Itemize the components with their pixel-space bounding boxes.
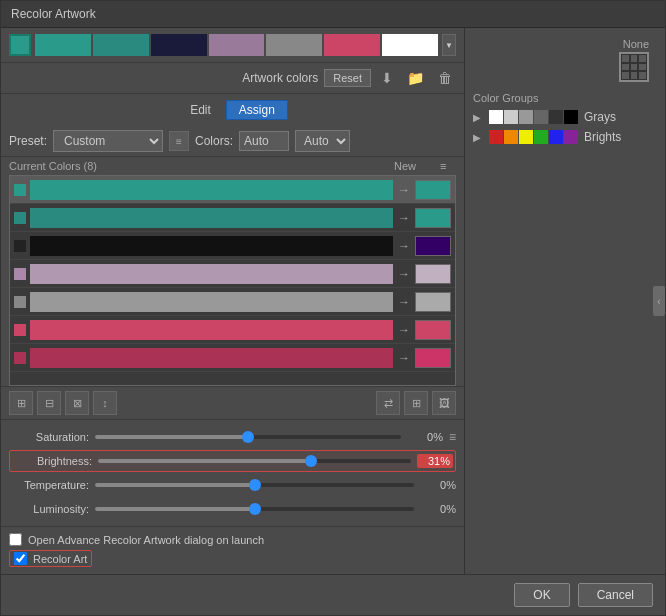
brightness-row: Brightness: 31% bbox=[9, 450, 456, 472]
preset-label: Preset: bbox=[9, 134, 47, 148]
swatch-7[interactable] bbox=[382, 34, 438, 56]
brightness-label: Brightness: bbox=[12, 455, 92, 467]
none-area: None bbox=[473, 36, 657, 84]
dialog-title: Recolor Artwork bbox=[11, 7, 96, 21]
edit-tab[interactable]: Edit bbox=[177, 100, 224, 120]
current-swatch-3 bbox=[30, 236, 393, 256]
recolor-art-row: Recolor Art bbox=[9, 550, 92, 567]
temperature-track[interactable] bbox=[95, 483, 414, 487]
current-swatch-2 bbox=[30, 208, 393, 228]
saturation-label: Saturation: bbox=[9, 431, 89, 443]
grays-swatches bbox=[489, 110, 578, 124]
swatch-4[interactable] bbox=[209, 34, 265, 56]
preset-icon-btn[interactable]: ≡ bbox=[169, 131, 189, 151]
current-swatch-4 bbox=[30, 264, 393, 284]
table-row[interactable]: → bbox=[10, 176, 455, 204]
swatches-row bbox=[35, 34, 438, 56]
new-swatch-3 bbox=[415, 236, 451, 256]
table-row[interactable]: → bbox=[10, 344, 455, 372]
arrow-6: → bbox=[397, 323, 411, 337]
recolor-art-label: Recolor Art bbox=[33, 553, 87, 565]
color-lock-3 bbox=[14, 240, 26, 252]
grays-expand-arrow: ▶ bbox=[473, 112, 483, 123]
swatch-6[interactable] bbox=[324, 34, 380, 56]
color-lock-6 bbox=[14, 324, 26, 336]
temperature-label: Temperature: bbox=[9, 479, 89, 491]
table-row[interactable]: → bbox=[10, 204, 455, 232]
tool-icon-6[interactable]: ⊞ bbox=[404, 391, 428, 415]
table-row[interactable]: → bbox=[10, 232, 455, 260]
delete-icon[interactable]: 🗑 bbox=[434, 68, 456, 88]
color-groups-label: Color Groups bbox=[473, 92, 657, 104]
table-row[interactable]: → bbox=[10, 316, 455, 344]
tool-icon-4[interactable]: ↕ bbox=[93, 391, 117, 415]
color-lock-2 bbox=[14, 212, 26, 224]
brights-swatches bbox=[489, 130, 578, 144]
none-grid-icon[interactable] bbox=[619, 52, 649, 82]
swatch-2[interactable] bbox=[93, 34, 149, 56]
active-color-swatch[interactable] bbox=[9, 34, 31, 56]
advance-checkbox-row: Open Advance Recolor Artwork dialog on l… bbox=[9, 533, 456, 546]
luminosity-value: 0% bbox=[420, 503, 456, 515]
arrow-7: → bbox=[397, 351, 411, 365]
color-rows-table: → → → bbox=[9, 175, 456, 386]
brights-group[interactable]: ▶ Brights bbox=[473, 130, 657, 144]
new-swatch-7 bbox=[415, 348, 451, 368]
right-edge-handle[interactable]: ‹ bbox=[653, 286, 665, 316]
tool-icon-1[interactable]: ⊞ bbox=[9, 391, 33, 415]
current-swatch-1 bbox=[30, 180, 393, 200]
swatch-5[interactable] bbox=[266, 34, 322, 56]
sliders-area: Saturation: 0% ≡ Brightness: 31% bbox=[1, 419, 464, 526]
arrow-2: → bbox=[397, 211, 411, 225]
saturation-row: Saturation: 0% ≡ bbox=[9, 426, 456, 448]
luminosity-row: Luminosity: 0% bbox=[9, 498, 456, 520]
current-swatch-6 bbox=[30, 320, 393, 340]
new-swatch-5 bbox=[415, 292, 451, 312]
export-icon[interactable]: ⬇ bbox=[377, 68, 397, 88]
color-lock-1 bbox=[14, 184, 26, 196]
assign-tab[interactable]: Assign bbox=[226, 100, 288, 120]
folder-icon[interactable]: 📁 bbox=[403, 68, 428, 88]
table-row[interactable]: → bbox=[10, 288, 455, 316]
luminosity-track[interactable] bbox=[95, 507, 414, 511]
preset-select[interactable]: Custom Default Muted Vivid bbox=[53, 130, 163, 152]
brightness-track[interactable] bbox=[98, 459, 411, 463]
tool-icon-3[interactable]: ⊠ bbox=[65, 391, 89, 415]
current-swatch-5 bbox=[30, 292, 393, 312]
arrow-1: → bbox=[397, 183, 411, 197]
artwork-colors-label: Artwork colors bbox=[242, 71, 318, 85]
reset-button[interactable]: Reset bbox=[324, 69, 371, 87]
brights-label: Brights bbox=[584, 130, 621, 144]
colors-label: Colors: bbox=[195, 134, 233, 148]
ok-button[interactable]: OK bbox=[514, 583, 569, 607]
new-colors-header: New bbox=[366, 160, 416, 172]
cancel-button[interactable]: Cancel bbox=[578, 583, 653, 607]
recolor-art-checkbox[interactable] bbox=[14, 552, 27, 565]
dialog-footer: OK Cancel bbox=[1, 574, 665, 615]
tool-icon-7[interactable]: 🖼 bbox=[432, 391, 456, 415]
swatches-dropdown[interactable]: ▼ bbox=[442, 34, 456, 56]
grays-label: Grays bbox=[584, 110, 616, 124]
tool-icon-5[interactable]: ⇄ bbox=[376, 391, 400, 415]
table-menu-icon[interactable]: ≡ bbox=[440, 160, 456, 172]
colors-select[interactable]: Auto1234 bbox=[295, 130, 350, 152]
bottom-toolbar: ⊞ ⊟ ⊠ ↕ ⇄ ⊞ 🖼 bbox=[1, 386, 464, 419]
brightness-value: 31% bbox=[417, 454, 453, 468]
swatch-1[interactable] bbox=[35, 34, 91, 56]
grays-group[interactable]: ▶ Grays bbox=[473, 110, 657, 124]
temperature-row: Temperature: 0% bbox=[9, 474, 456, 496]
saturation-track[interactable] bbox=[95, 435, 401, 439]
arrow-4: → bbox=[397, 267, 411, 281]
colors-input[interactable] bbox=[239, 131, 289, 151]
tool-icon-2[interactable]: ⊟ bbox=[37, 391, 61, 415]
luminosity-label: Luminosity: bbox=[9, 503, 89, 515]
swatch-3[interactable] bbox=[151, 34, 207, 56]
saturation-menu[interactable]: ≡ bbox=[449, 430, 456, 444]
advance-checkbox[interactable] bbox=[9, 533, 22, 546]
color-lock-4 bbox=[14, 268, 26, 280]
new-swatch-1 bbox=[415, 180, 451, 200]
temperature-value: 0% bbox=[420, 479, 456, 491]
table-row[interactable]: → bbox=[10, 260, 455, 288]
arrow-5: → bbox=[397, 295, 411, 309]
brights-expand-arrow: ▶ bbox=[473, 132, 483, 143]
